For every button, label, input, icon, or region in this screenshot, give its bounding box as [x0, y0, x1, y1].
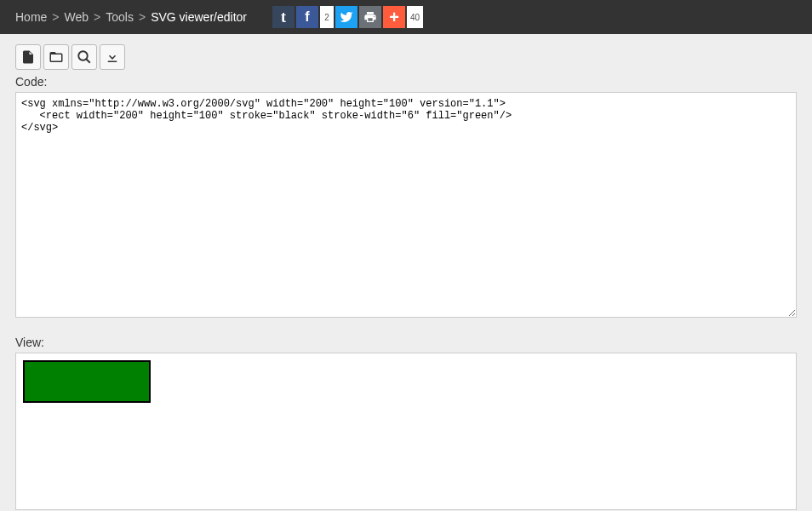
social-share-row: t f 2 + 40	[272, 6, 423, 28]
view-panel	[15, 353, 797, 510]
download-icon	[105, 49, 120, 65]
search-icon	[77, 49, 92, 65]
rendered-svg	[23, 360, 151, 403]
breadcrumb-sep: >	[52, 10, 59, 24]
print-icon	[363, 10, 377, 24]
twitter-icon	[340, 10, 353, 24]
breadcrumb-home[interactable]: Home	[15, 10, 47, 24]
breadcrumb-sep: >	[139, 10, 146, 24]
toolbar	[0, 34, 812, 73]
addthis-share-count: 40	[407, 6, 423, 28]
addthis-share-button[interactable]: +	[383, 6, 405, 28]
folder-open-icon	[49, 49, 64, 65]
file-icon	[20, 49, 36, 65]
tumblr-share-button[interactable]: t	[272, 6, 294, 28]
open-file-button[interactable]	[43, 44, 69, 70]
rendered-rect	[23, 360, 151, 403]
download-button[interactable]	[100, 44, 125, 70]
zoom-button[interactable]	[71, 44, 97, 70]
header-bar: Home > Web > Tools > SVG viewer/editor t…	[0, 0, 812, 34]
code-textarea[interactable]	[15, 92, 797, 318]
print-button[interactable]	[359, 6, 381, 28]
svg-line-1	[86, 59, 90, 63]
code-label: Code:	[0, 73, 812, 92]
new-file-button[interactable]	[15, 44, 41, 70]
svg-point-0	[78, 51, 88, 60]
breadcrumb-web[interactable]: Web	[65, 10, 89, 24]
twitter-share-button[interactable]	[335, 6, 357, 28]
facebook-share-count: 2	[320, 6, 334, 28]
breadcrumb-current: SVG viewer/editor	[151, 10, 247, 24]
breadcrumb-sep: >	[94, 10, 100, 24]
view-label: View:	[0, 334, 812, 353]
breadcrumb-tools[interactable]: Tools	[106, 10, 134, 24]
svg-render	[23, 360, 789, 403]
breadcrumb: Home > Web > Tools > SVG viewer/editor	[15, 10, 247, 24]
facebook-share-button[interactable]: f	[296, 6, 318, 28]
